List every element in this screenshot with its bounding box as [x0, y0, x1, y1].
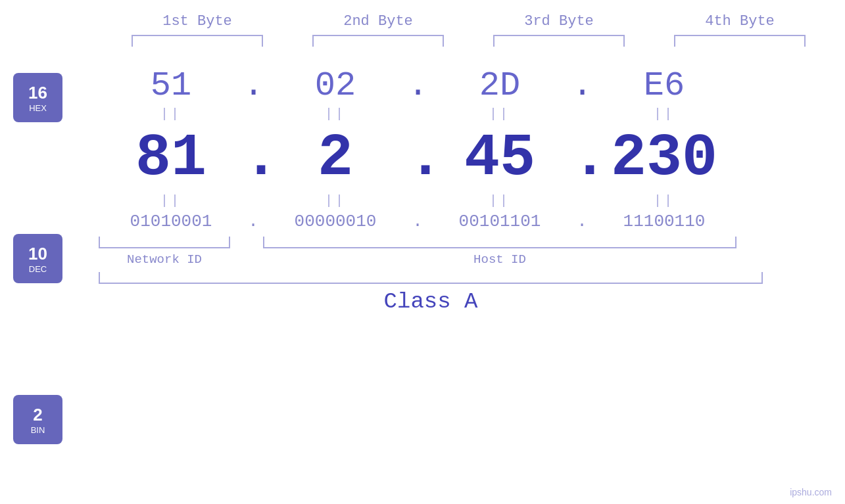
id-labels: Network ID Host ID [99, 252, 763, 267]
top-brackets [107, 35, 831, 47]
dec-row: 81 . 2 . 45 . 230 [99, 125, 763, 192]
hex-badge-number: 16 [28, 83, 47, 103]
bin-row: 01010001 . 00000010 . 00101101 . 1110011… [99, 212, 763, 231]
dec-dot-3: . [572, 125, 592, 192]
dec-val-3: 45 [427, 125, 572, 192]
sep-1-b3: || [427, 106, 572, 122]
dec-val-2: 2 [263, 125, 408, 192]
bracket-byte1 [132, 35, 263, 47]
hex-val-3: 2D [427, 66, 572, 105]
hex-val-4: E6 [592, 66, 736, 105]
bracket-byte4 [674, 35, 806, 47]
bin-badge-label: BIN [31, 425, 45, 435]
dec-dot-2: . [408, 125, 427, 192]
bin-dot-2: . [408, 212, 427, 231]
bottom-brackets [99, 237, 763, 248]
byte2-header: 2nd Byte [306, 13, 450, 30]
byte1-header: 1st Byte [125, 13, 270, 30]
sep-1-b2: || [263, 106, 408, 122]
host-id-label: Host ID [263, 252, 736, 267]
dec-dot-1: . [243, 125, 263, 192]
byte4-header: 4th Byte [667, 13, 812, 30]
sep-1-b4: || [592, 106, 736, 122]
bin-val-2: 00000010 [263, 212, 408, 231]
dec-val-1: 81 [99, 125, 243, 192]
bin-val-3: 00101101 [427, 212, 572, 231]
hex-val-2: 02 [263, 66, 408, 105]
network-id-bracket [99, 237, 230, 248]
dec-badge-label: DEC [29, 264, 47, 274]
bin-badge: 2 BIN [13, 395, 62, 444]
hex-row: 51 . 02 . 2D . E6 [99, 66, 763, 105]
host-id-bracket [263, 237, 736, 248]
dec-val-4: 230 [592, 125, 736, 192]
hex-val-1: 51 [99, 66, 243, 105]
hex-dot-3: . [572, 66, 592, 105]
separator-row-1: || || || || [99, 106, 763, 122]
bracket-byte3 [493, 35, 625, 47]
hex-badge: 16 HEX [13, 73, 62, 122]
separator-row-2: || || || || [99, 193, 763, 208]
main-container: 1st Byte 2nd Byte 3rd Byte 4th Byte 16 H… [0, 0, 845, 504]
class-label-container: Class A [99, 289, 763, 314]
network-id-label: Network ID [99, 252, 230, 267]
bin-val-1: 01010001 [99, 212, 243, 231]
label-column: 16 HEX 10 DEC 2 BIN [0, 53, 92, 444]
sep-1-b1: || [99, 106, 243, 122]
dec-badge: 10 DEC [13, 234, 62, 283]
class-label: Class A [384, 289, 478, 314]
bin-dot-1: . [243, 212, 263, 231]
big-bracket [99, 272, 763, 284]
byte-headers: 1st Byte 2nd Byte 3rd Byte 4th Byte [107, 13, 831, 30]
bracket-byte2 [312, 35, 444, 47]
hex-dot-2: . [408, 66, 427, 105]
hex-badge-label: HEX [29, 103, 47, 113]
byte3-header: 3rd Byte [487, 13, 631, 30]
bin-val-4: 11100110 [592, 212, 736, 231]
footer: ipshu.com [790, 487, 832, 497]
dec-badge-number: 10 [28, 244, 47, 264]
bin-dot-3: . [572, 212, 592, 231]
hex-dot-1: . [243, 66, 263, 105]
bin-badge-number: 2 [33, 405, 42, 425]
